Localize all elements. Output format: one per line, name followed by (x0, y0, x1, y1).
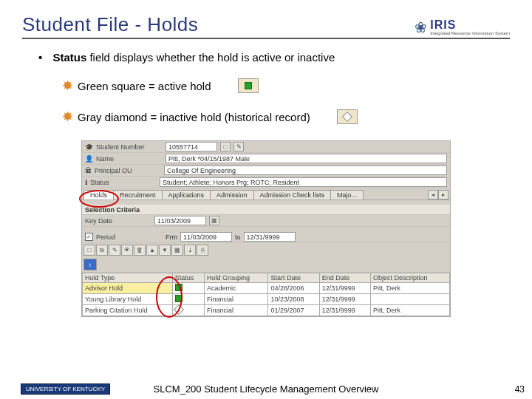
export-icon[interactable]: ⤓ (184, 245, 196, 256)
student-number-field[interactable]: 10557714 (166, 142, 217, 151)
cell-end: 12/31/9999 (319, 305, 370, 316)
search-help-icon[interactable]: □ (220, 142, 231, 151)
table-row[interactable]: Advisor Hold Academic 04/28/2006 12/31/9… (83, 283, 450, 294)
frm-field[interactable]: 11/03/2009 (180, 232, 232, 242)
print-icon[interactable]: ⎙ (197, 245, 208, 256)
label-key-date: Key Date (85, 217, 151, 225)
legend-inactive-text: Gray diamond = inactive hold (historical… (78, 111, 310, 123)
copy-icon[interactable]: ⧉ (96, 245, 108, 256)
gray-diamond-icon (342, 112, 352, 122)
cell-start: 01/29/2007 (268, 305, 319, 316)
cell-status (172, 283, 204, 294)
iris-logo-text: IRIS (430, 19, 510, 31)
cell-status (172, 294, 204, 305)
cell-group: Financial (204, 305, 268, 316)
tab-applications[interactable]: Applications (162, 190, 211, 200)
cell-obj (370, 294, 449, 305)
label-student-number: Student Number (96, 143, 163, 151)
iris-icon: ❀ (415, 18, 427, 36)
cell-obj: Pitt, Derk (370, 283, 449, 294)
cell-end: 12/31/9999 (319, 294, 370, 305)
status-field: Student; Athlete; Honors Prg; ROTC; Resi… (160, 177, 447, 187)
display-icon[interactable]: 👁 (121, 245, 133, 256)
info-icon: ℹ (85, 179, 87, 186)
col-object-desc[interactable]: Object Description (370, 273, 449, 283)
holds-grid: Hold Type Status Hold Grouping Start Dat… (82, 273, 450, 316)
tab-recruitment[interactable]: Recruitment (113, 190, 163, 200)
legend-active-row: ✸ Green square = active hold (62, 78, 507, 93)
label-frm: Frm (166, 233, 177, 241)
label-to: to (235, 233, 241, 241)
tab-admission[interactable]: Admission (210, 190, 254, 200)
key-date-field[interactable]: 11/03/2009 (154, 216, 206, 225)
col-status[interactable]: Status (172, 273, 204, 283)
org-icon: 🏛 (85, 167, 92, 174)
to-field[interactable]: 12/31/9999 (244, 232, 296, 242)
tab-admission-check[interactable]: Admission Check lists (253, 190, 332, 200)
label-name: Name (96, 155, 163, 163)
name-field: Pitt, Derk *04/15/1987 Male (166, 154, 447, 163)
bullet-status-word: Status (52, 51, 86, 64)
green-square-icon (175, 284, 183, 291)
create-icon[interactable]: □ (83, 245, 95, 256)
cell-end: 12/31/9999 (319, 283, 370, 294)
sap-screenshot: 🎓 Student Number 10557714 □ ✎ 👤 Name Pit… (81, 140, 451, 317)
edit-icon[interactable]: ✎ (233, 142, 244, 151)
sort-desc-icon[interactable]: ▼ (159, 245, 171, 256)
bullet-status: • Status field displays whether the hold… (38, 51, 507, 64)
cell-start: 04/28/2006 (268, 283, 319, 294)
cell-group: Academic (204, 283, 268, 294)
period-checkbox[interactable]: ✓ (85, 233, 93, 241)
col-hold-grouping[interactable]: Hold Grouping (204, 273, 268, 283)
tab-holds[interactable]: Holds (83, 190, 114, 200)
cell-status (172, 305, 204, 316)
page-number: 43 (515, 384, 525, 395)
tab-scroll-left-icon[interactable]: ◂ (428, 190, 438, 200)
cell-start: 10/23/2008 (268, 294, 319, 305)
star-icon: ✸ (62, 110, 73, 123)
footer-text: SLCM_200 Student Lifecycle Management Ov… (154, 383, 379, 395)
legend-active-text: Green square = active hold (78, 80, 211, 92)
ou-field: College Of Engineering (164, 166, 447, 175)
bullet-status-rest: field displays whether the hold is activ… (86, 51, 335, 64)
cell-hold-type: Parking Citation Hold (83, 305, 173, 316)
label-selection-criteria: Selection Criteria (85, 206, 140, 214)
filter-icon[interactable]: ▦ (171, 245, 183, 256)
tab-scroll-right-icon[interactable]: ▸ (438, 190, 449, 200)
tabstrip: Holds Recruitment Applications Admission… (82, 188, 450, 200)
label-status: Status (90, 179, 157, 186)
tab-majo[interactable]: Majo... (330, 190, 364, 200)
green-square-icon (245, 82, 252, 89)
delete-icon[interactable]: 🗑 (134, 245, 146, 256)
status-box-active (238, 78, 259, 93)
green-square-icon (175, 295, 183, 302)
iris-logo-sub: Integrated Resource Information System (430, 31, 510, 35)
table-row[interactable]: Young Library Hold Financial 10/23/2008 … (83, 294, 450, 305)
edit-row-icon[interactable]: ✎ (109, 245, 120, 256)
label-ou: Principal OU (95, 167, 161, 174)
date-picker-icon[interactable]: ▦ (209, 216, 219, 225)
table-row[interactable]: Parking Citation Hold Financial 01/29/20… (83, 305, 450, 316)
info-button-icon[interactable]: i (83, 259, 97, 270)
grid-toolbar: □ ⧉ ✎ 👁 🗑 ▲ ▼ ▦ ⤓ ⎙ (82, 243, 450, 257)
iris-logo: ❀ IRIS Integrated Resource Information S… (415, 18, 510, 36)
legend-inactive-row: ✸ Gray diamond = inactive hold (historic… (62, 109, 507, 124)
label-period: Period (96, 233, 163, 241)
mortarboard-icon: 🎓 (85, 143, 93, 151)
page-title: Student File - Holds (22, 13, 198, 36)
cell-group: Financial (204, 294, 268, 305)
star-icon: ✸ (62, 79, 73, 92)
cell-hold-type: Young Library Hold (83, 294, 173, 305)
cell-hold-type: Advisor Hold (83, 283, 173, 294)
gray-diamond-icon (174, 304, 184, 315)
person-icon: 👤 (85, 155, 93, 163)
status-box-inactive (337, 109, 358, 124)
sort-asc-icon[interactable]: ▲ (146, 245, 158, 256)
col-start-date[interactable]: Start Date (268, 273, 319, 283)
col-end-date[interactable]: End Date (319, 273, 370, 283)
cell-obj: Pitt, Derk (370, 305, 449, 316)
col-hold-type[interactable]: Hold Type (83, 273, 173, 283)
